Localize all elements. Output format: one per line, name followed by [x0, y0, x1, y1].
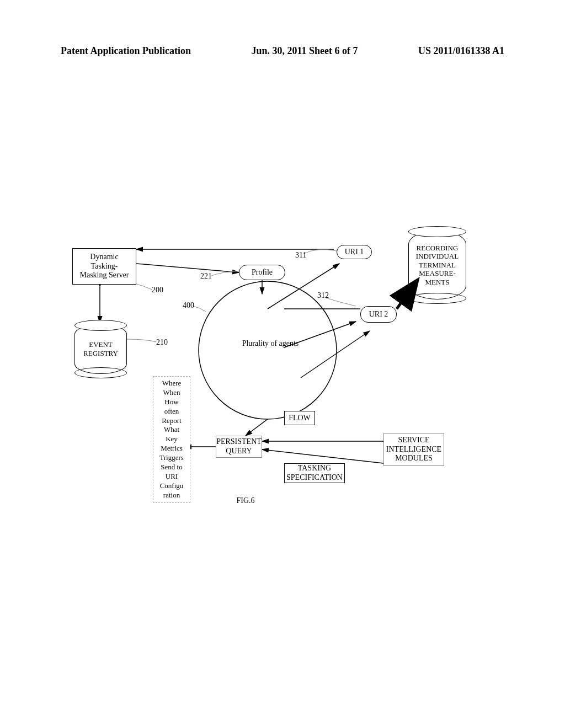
service-intel-label: SERVICE INTELLIGENCE MODULES	[386, 436, 441, 463]
recording-label: RECORDING INDIVIDUAL TERMINAL MEASURE- M…	[416, 244, 459, 287]
list-item: Key	[158, 435, 185, 444]
profile-label: Profile	[252, 268, 273, 277]
uri1-box: URI 1	[337, 245, 372, 259]
uri1-label: URI 1	[345, 248, 364, 257]
profile-box: Profile	[239, 265, 285, 280]
header-left: Patent Application Publication	[61, 45, 191, 57]
figure-6-diagram: RECORDING INDIVIDUAL TERMINAL MEASURE- M…	[63, 221, 505, 518]
svg-line-3	[136, 264, 239, 272]
header-center: Jun. 30, 2011 Sheet 6 of 7	[251, 45, 358, 57]
list-item: Where	[158, 379, 185, 388]
list-item: Configu	[158, 481, 185, 491]
list-item: ration	[158, 491, 185, 500]
server-label: Dynamic Tasking- Masking Server	[79, 253, 129, 280]
svg-line-8	[301, 331, 370, 378]
list-item: Report	[158, 416, 185, 426]
uri2-label: URI 2	[369, 310, 388, 319]
event-registry-label: EVENT REGISTRY	[83, 340, 118, 357]
recording-measurements-db: RECORDING INDIVIDUAL TERMINAL MEASURE- M…	[408, 231, 466, 299]
attributes-list-box: Where When How often Report What Key Met…	[153, 376, 190, 503]
list-item: What	[158, 425, 185, 435]
ref-210: 210	[156, 338, 168, 347]
figure-caption: FIG.6	[229, 496, 262, 505]
ref-311: 311	[295, 251, 306, 260]
service-intel-box: SERVICE INTELLIGENCE MODULES	[383, 433, 444, 466]
svg-line-11	[262, 449, 383, 463]
persistent-query-box: PERSISTENT QUERY	[216, 436, 262, 458]
flow-box: FLOW	[284, 411, 315, 425]
list-item: URI	[158, 472, 185, 481]
dynamic-tasking-server-box: Dynamic Tasking- Masking Server	[72, 248, 136, 285]
page-header: Patent Application Publication Jun. 30, …	[61, 45, 504, 57]
tasking-spec-label: TASKING SPECIFICATION	[286, 464, 343, 483]
ref-312: 312	[317, 291, 329, 301]
list-item: Send to	[158, 463, 185, 472]
persistent-query-label: PERSISTENT QUERY	[216, 437, 262, 456]
flow-label: FLOW	[289, 414, 311, 423]
uri2-box: URI 2	[360, 306, 397, 323]
event-registry-db: EVENT REGISTRY	[74, 324, 127, 374]
list-item: When	[158, 388, 185, 398]
list-item: often	[158, 407, 185, 416]
svg-line-13	[246, 419, 268, 436]
header-right: US 2011/0161338 A1	[418, 45, 504, 57]
agents-label: Plurality of agents	[229, 339, 312, 349]
list-item: Metrics	[158, 444, 185, 453]
tasking-spec-box: TASKING SPECIFICATION	[284, 463, 345, 483]
ref-400: 400	[183, 301, 194, 311]
svg-point-0	[199, 281, 337, 419]
ref-221: 221	[200, 272, 212, 281]
list-item: Triggers	[158, 453, 185, 463]
list-item: How	[158, 398, 185, 407]
ref-200: 200	[152, 286, 163, 295]
